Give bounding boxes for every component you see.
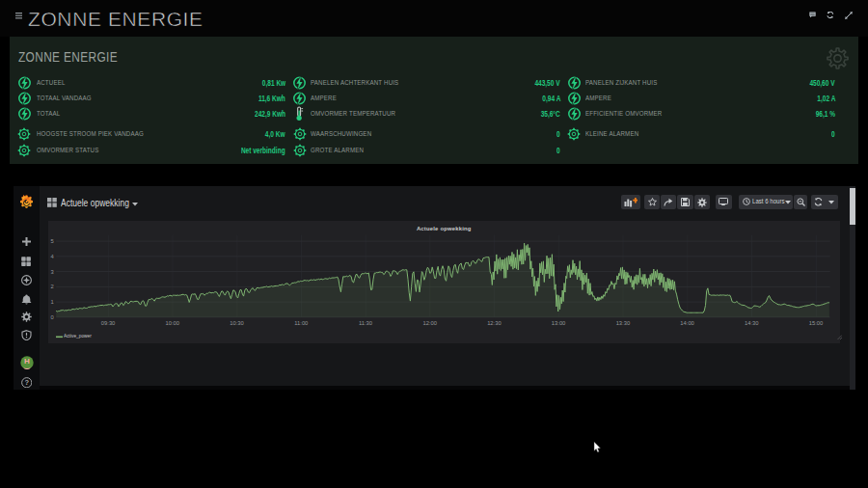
svg-text:?: ? [24,378,29,387]
svg-text:H: H [24,357,30,366]
